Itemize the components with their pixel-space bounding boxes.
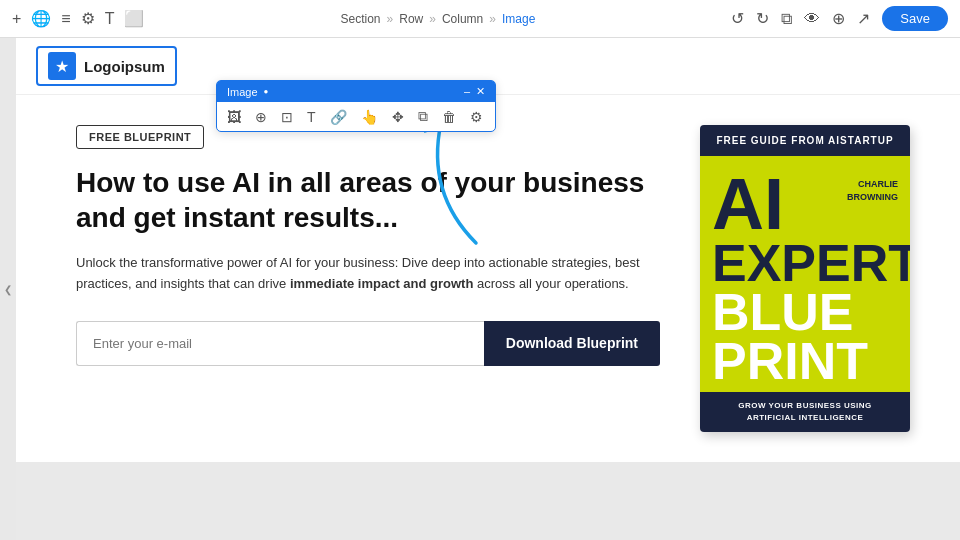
toolbar-settings-icon[interactable]: ⚙ <box>470 109 483 125</box>
main-area: ❮ Image ● – ✕ 🖼 ⊕ ⊡ T 🔗 👆 <box>0 38 960 540</box>
left-panel-toggle[interactable]: ❮ <box>0 38 16 540</box>
undo-icon[interactable]: ↺ <box>731 9 744 28</box>
crumb-section[interactable]: Section <box>341 12 381 26</box>
toolbar-click-icon[interactable]: 👆 <box>361 109 378 125</box>
left-panel-arrow-icon: ❮ <box>4 284 12 295</box>
cta-row: Download Blueprint <box>76 321 660 366</box>
headline: How to use AI in all areas of your busin… <box>76 165 660 235</box>
share-icon[interactable]: ↗ <box>857 9 870 28</box>
book-bottom-line2: ARTIFICIAL INTELLIGENCE <box>712 412 898 424</box>
toolbar-image-icon[interactable]: 🖼 <box>227 109 241 125</box>
top-toolbar: + 🌐 ≡ ⚙ T ⬜ Section » Row » Column » Ima… <box>0 0 960 38</box>
toolbar-minimize-icon[interactable]: – <box>464 85 470 98</box>
cta-button[interactable]: Download Blueprint <box>484 321 660 366</box>
page-content: FREE BLUEPRINT How to use AI in all area… <box>16 95 960 462</box>
logo-text: Logoipsum <box>84 58 165 75</box>
layers-icon[interactable]: ⧉ <box>781 10 792 28</box>
logo-box: ★ Logoipsum <box>36 46 177 86</box>
toolbar-add-icon[interactable]: ⊕ <box>255 109 267 125</box>
save-button[interactable]: Save <box>882 6 948 31</box>
top-bar-right: ↺ ↻ ⧉ 👁 ⊕ ↗ Save <box>731 6 948 31</box>
book-ai-text: AI <box>712 168 784 240</box>
email-input[interactable] <box>76 321 484 366</box>
toolbar-delete-icon[interactable]: 🗑 <box>442 109 456 125</box>
description: Unlock the transformative power of AI fo… <box>76 253 660 295</box>
book-bottom-banner: GROW YOUR BUSINESS USING ARTIFICIAL INTE… <box>700 392 910 432</box>
left-column: FREE BLUEPRINT How to use AI in all area… <box>76 125 660 366</box>
canvas: Image ● – ✕ 🖼 ⊕ ⊡ T 🔗 👆 ✥ ⧉ 🗑 ⚙ <box>16 38 960 540</box>
book-print-text: PRINT <box>712 338 898 385</box>
book-top-text: FREE GUIDE FROM AISTARTUP <box>712 135 898 146</box>
book-main-section: AI CHARLIE BROWNING EXPERT BLUE PRINT <box>700 156 910 392</box>
toolbar-close-icon[interactable]: ✕ <box>476 85 485 98</box>
book-cover: FREE GUIDE FROM AISTARTUP AI CHARLIE BRO… <box>700 125 910 432</box>
book-blue-text: BLUE <box>712 289 898 336</box>
toolbar-label: Image <box>227 86 258 98</box>
toolbar-move-icon[interactable]: ✥ <box>392 109 404 125</box>
list-icon[interactable]: ≡ <box>61 10 70 28</box>
free-badge: FREE BLUEPRINT <box>76 125 204 149</box>
desc-bold: immediate impact and growth <box>290 276 473 291</box>
desc-text-2: across all your operations. <box>473 276 628 291</box>
book-top-banner: FREE GUIDE FROM AISTARTUP <box>700 125 910 156</box>
crumb-row[interactable]: Row <box>399 12 423 26</box>
toolbar-dot: ● <box>264 87 269 96</box>
toolbar-text-icon[interactable]: T <box>307 109 316 125</box>
globe-icon[interactable]: 🌐 <box>31 9 51 28</box>
frame-icon[interactable]: ⬜ <box>124 9 144 28</box>
redo-icon[interactable]: ↻ <box>756 9 769 28</box>
add-icon[interactable]: + <box>12 10 21 28</box>
book-bottom-line1: GROW YOUR BUSINESS USING <box>712 400 898 412</box>
eye-icon[interactable]: 👁 <box>804 10 820 28</box>
image-floating-toolbar: Image ● – ✕ 🖼 ⊕ ⊡ T 🔗 👆 ✥ ⧉ 🗑 ⚙ <box>216 80 496 132</box>
logo-star-icon: ★ <box>48 52 76 80</box>
toolbar-crop-icon[interactable]: ⊡ <box>281 109 293 125</box>
gear-icon[interactable]: ⚙ <box>81 9 95 28</box>
text-icon[interactable]: T <box>105 10 115 28</box>
toolbar-link-icon[interactable]: 🔗 <box>330 109 347 125</box>
right-column: FREE GUIDE FROM AISTARTUP AI CHARLIE BRO… <box>700 125 920 432</box>
crumb-image[interactable]: Image <box>502 12 535 26</box>
book-author-line1: CHARLIE <box>847 178 898 191</box>
book-author-line2: BROWNING <box>847 191 898 204</box>
toolbar-icon-row: 🖼 ⊕ ⊡ T 🔗 👆 ✥ ⧉ 🗑 ⚙ <box>217 102 495 131</box>
book-expert-text: EXPERT <box>712 240 898 287</box>
toolbar-header: Image ● – ✕ <box>217 81 495 102</box>
crumb-column[interactable]: Column <box>442 12 483 26</box>
top-bar-left: + 🌐 ≡ ⚙ T ⬜ <box>12 9 144 28</box>
breadcrumb: Section » Row » Column » Image <box>341 12 536 26</box>
lifering-icon[interactable]: ⊕ <box>832 9 845 28</box>
toolbar-copy-icon[interactable]: ⧉ <box>418 108 428 125</box>
